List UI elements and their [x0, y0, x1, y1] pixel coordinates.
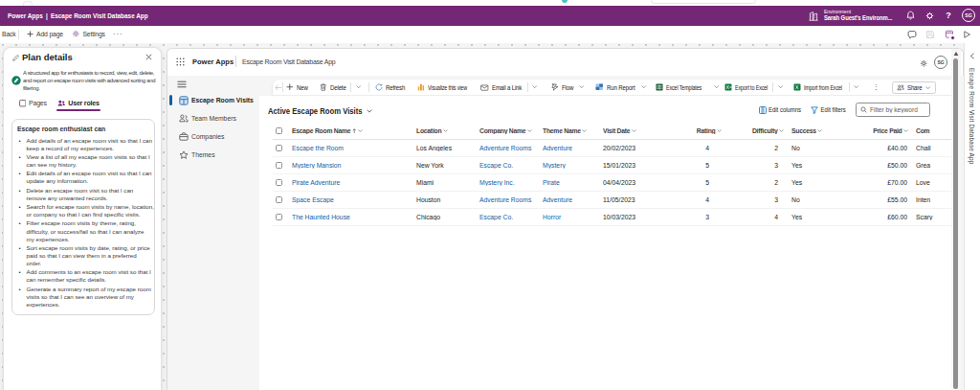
delete-split-chevron[interactable]: [356, 80, 362, 95]
record-link[interactable]: Pirate: [543, 179, 560, 186]
record-link[interactable]: The Haunted House: [292, 214, 350, 220]
help-button[interactable]: ?: [939, 11, 958, 20]
grid-row[interactable]: The Haunted HouseChicagoEscape Co.Horror…: [273, 209, 957, 226]
tab-user-roles[interactable]: User roles: [57, 100, 100, 111]
back-button[interactable]: Back: [2, 31, 16, 37]
column-header-com[interactable]: Com: [916, 127, 929, 134]
record-link[interactable]: Horror: [543, 214, 561, 220]
record-link[interactable]: Escape the Room: [292, 145, 344, 151]
record-link[interactable]: Adventure Rooms: [479, 145, 531, 151]
tab-pages[interactable]: Pages: [19, 100, 47, 111]
nav-item-escape-room-visits[interactable]: Escape Room Visits: [167, 91, 259, 109]
delete-button[interactable]: Delete: [320, 80, 347, 95]
cell-value: 4: [705, 196, 709, 203]
row-checkbox[interactable]: [276, 214, 282, 220]
email-link-button[interactable]: Email a Link: [480, 80, 524, 95]
commandbar-divider: [527, 82, 528, 92]
edit-columns-button[interactable]: Edit columns: [759, 106, 802, 114]
grid-row[interactable]: Pirate AdventureMiamiMystery Inc.Pirate0…: [273, 174, 957, 192]
import-excel-button[interactable]: Import from Excel: [793, 80, 852, 95]
row-checkbox[interactable]: [276, 196, 282, 203]
plan-pencil-icon: [12, 55, 19, 61]
nav-item-team-members[interactable]: Team Members: [167, 109, 259, 127]
environment-picker[interactable]: Environment Sarah Guest's Environm...: [809, 9, 887, 22]
app-scrollbar[interactable]: [951, 49, 961, 389]
save-icon[interactable]: [925, 30, 935, 39]
export-excel-button[interactable]: Export to Excel: [724, 80, 776, 95]
scrollbar-thumb[interactable]: [953, 58, 958, 389]
cell-value: No: [791, 145, 800, 151]
column-header-visit-date[interactable]: Visit Date: [603, 127, 636, 134]
column-header-success[interactable]: Success: [791, 127, 822, 134]
more-commands-kebab[interactable]: ⋮: [873, 80, 880, 95]
edit-filters-button[interactable]: Edit filters: [811, 106, 846, 114]
grid-filter-searchbox[interactable]: [856, 103, 930, 117]
filter-input[interactable]: [870, 106, 927, 113]
more-commands-button[interactable]: ···: [113, 30, 123, 38]
record-link[interactable]: Adventure: [543, 196, 572, 203]
collapse-chevron-icon[interactable]: [969, 53, 975, 59]
record-link[interactable]: Adventure: [543, 145, 572, 151]
record-link[interactable]: Space Escape: [292, 196, 334, 203]
settings-button[interactable]: Settings: [72, 30, 105, 38]
column-header-theme-name[interactable]: Theme Name: [543, 127, 587, 134]
cell-value: £55.00: [887, 196, 907, 203]
user-stories-card: Escape room enthusiast can Add details o…: [11, 119, 155, 315]
waffle-icon[interactable]: [176, 57, 185, 66]
grid-cell: Escape Co.: [478, 162, 541, 169]
grid-row[interactable]: Space EscapeHoustonAdventure RoomsAdvent…: [273, 192, 957, 209]
grid-row[interactable]: Escape the RoomLos AngelesAdventure Room…: [273, 140, 957, 157]
column-header-rating[interactable]: Rating: [697, 127, 722, 134]
settings-gear-icon[interactable]: [920, 11, 939, 20]
app-settings-gear-icon[interactable]: [920, 59, 928, 68]
account-avatar[interactable]: SG: [962, 9, 975, 22]
visualize-button-label: Visualize this view: [428, 84, 467, 91]
cell-value: 3: [774, 162, 778, 169]
record-link[interactable]: Mystery Mansion: [292, 162, 341, 169]
notifications-button[interactable]: [901, 11, 920, 20]
excel-templates-button[interactable]: Excel Templates: [656, 80, 720, 95]
export-split-chevron[interactable]: [778, 80, 784, 95]
flow-button[interactable]: Flow: [551, 80, 584, 95]
play-icon[interactable]: [963, 30, 971, 39]
grid-row[interactable]: Mystery MansionNew YorkEscape Co.Mystery…: [273, 157, 957, 174]
comments-icon[interactable]: [907, 30, 917, 39]
share-button[interactable]: Share: [892, 81, 936, 94]
record-link[interactable]: Adventure Rooms: [479, 196, 531, 203]
refresh-button[interactable]: Refresh: [375, 80, 407, 95]
import-split-chevron[interactable]: [854, 80, 859, 95]
nav-item-companies[interactable]: Companies: [167, 127, 259, 146]
visualize-button[interactable]: Visualize this view: [417, 80, 477, 95]
publish-icon[interactable]: [945, 30, 954, 39]
record-link[interactable]: Pirate Adventure: [292, 179, 340, 186]
run-report-button[interactable]: Run Report: [595, 80, 647, 95]
row-checkbox[interactable]: [276, 145, 282, 151]
row-checkbox[interactable]: [276, 179, 282, 186]
column-header-escape-room-name[interactable]: Escape Room Name: [292, 127, 363, 134]
column-header-company-name[interactable]: Company Name: [479, 127, 532, 134]
user-stories-title: Escape room enthusiast can: [17, 126, 149, 132]
record-link[interactable]: Escape Co.: [479, 214, 513, 220]
new-button[interactable]: New: [286, 80, 309, 95]
nav-item-themes[interactable]: Themes: [167, 146, 259, 164]
back-arrow-icon[interactable]: [275, 80, 282, 95]
record-link[interactable]: Escape Co.: [479, 162, 513, 169]
row-checkbox[interactable]: [276, 162, 282, 169]
column-header-difficulty[interactable]: Difficulty: [752, 127, 784, 134]
close-icon[interactable]: [145, 54, 152, 60]
grid-cell: Adventure: [541, 196, 601, 203]
select-all-checkbox[interactable]: [276, 127, 282, 134]
run-report-button-icon: [595, 83, 604, 91]
record-link[interactable]: Mystery: [543, 162, 566, 169]
hamburger-icon[interactable]: [177, 80, 187, 88]
add-page-button[interactable]: Add page: [27, 31, 63, 37]
email-split-chevron[interactable]: [532, 80, 538, 95]
export-excel-button-label: Export to Excel: [735, 84, 768, 91]
record-link[interactable]: Mystery Inc.: [479, 179, 515, 186]
column-header-price-paid[interactable]: Price Paid: [873, 127, 908, 134]
app-user-avatar[interactable]: SG: [934, 56, 947, 69]
cell-value: £70.00: [887, 179, 907, 186]
cell-value: Yes: [791, 162, 802, 169]
column-header-location[interactable]: Location: [416, 127, 448, 134]
view-selector[interactable]: Active Escape Room Visits: [268, 105, 372, 116]
